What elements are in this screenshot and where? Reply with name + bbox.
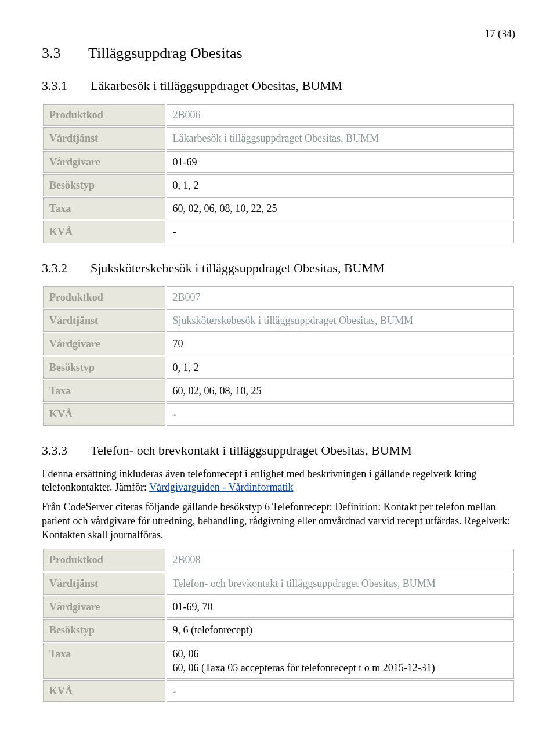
table-row: Produktkod2B008 (43, 549, 514, 571)
table-row: Besökstyp0, 1, 2 (43, 357, 514, 379)
table-row: Besökstyp9, 6 (telefonrecept) (43, 619, 514, 641)
body-paragraph-1: I denna ersättning inkluderas även telef… (42, 467, 515, 495)
row-value: - (167, 403, 514, 425)
row-label: Vårdgivare (43, 596, 165, 618)
page-number: 17 (34) (42, 28, 515, 40)
row-label: Vårdtjänst (43, 309, 165, 332)
section-number: 3.3.3 (42, 443, 74, 458)
table-row: Produktkod2B007 (43, 286, 514, 308)
table-row: Vårdgivare01-69, 70 (43, 596, 514, 618)
row-value: 2B006 (167, 104, 514, 126)
row-value: 01-69, 70 (167, 596, 514, 618)
table-row: KVÅ- (43, 680, 514, 702)
section-heading-333: 3.3.3 Telefon- och brevkontakt i tillägg… (42, 443, 515, 458)
row-value: 9, 6 (telefonrecept) (167, 619, 514, 641)
row-label: Besökstyp (43, 619, 165, 641)
table-row: VårdtjänstTelefon- och brevkontakt i til… (43, 573, 514, 595)
section-heading-332: 3.3.2 Sjuksköterskebesök i tilläggsuppdr… (42, 261, 515, 276)
table-row: Taxa60, 02, 06, 08, 10, 25 (43, 380, 514, 402)
row-value: - (167, 680, 514, 702)
row-label: Taxa (43, 643, 165, 679)
row-label: Taxa (43, 380, 165, 402)
link-vardgivarguiden[interactable]: Vårdgivarguiden - Vårdinformatik (149, 481, 293, 493)
row-label: Vårdtjänst (43, 127, 165, 149)
section-heading-331: 3.3.1 Läkarbesök i tilläggsuppdraget Obe… (42, 78, 515, 93)
row-value: 2B008 (167, 549, 514, 571)
table-row: VårdtjänstLäkarbesök i tilläggsuppdraget… (43, 127, 514, 149)
row-label: Vårdgivare (43, 151, 165, 173)
row-label: Vårdtjänst (43, 573, 165, 595)
section-title: Sjuksköterskebesök i tilläggsuppdraget O… (91, 261, 385, 276)
row-value: 2B007 (167, 286, 514, 308)
heading-main-number: 3.3 (42, 45, 70, 62)
row-label: KVÅ (43, 680, 165, 702)
table-row: Vårdgivare01-69 (43, 151, 514, 173)
section-title: Telefon- och brevkontakt i tilläggsuppdr… (91, 443, 412, 458)
table-332: Produktkod2B007 VårdtjänstSjuksköterskeb… (42, 285, 515, 427)
table-row: VårdtjänstSjuksköterskebesök i tilläggsu… (43, 309, 514, 332)
row-label: Vårdgivare (43, 333, 165, 355)
row-value: 0, 1, 2 (167, 357, 514, 379)
row-label: Besökstyp (43, 357, 165, 379)
table-row: KVÅ- (43, 403, 514, 425)
table-333: Produktkod2B008 VårdtjänstTelefon- och b… (42, 548, 515, 703)
row-label: Produktkod (43, 549, 165, 571)
row-label: Taxa (43, 197, 165, 219)
heading-main: 3.3 Tilläggsuppdrag Obesitas (42, 45, 515, 62)
row-value: 70 (167, 333, 514, 355)
section-number: 3.3.1 (42, 78, 74, 93)
row-value: Telefon- och brevkontakt i tilläggsuppdr… (167, 573, 514, 595)
table-row: Taxa60, 02, 06, 08, 10, 22, 25 (43, 197, 514, 219)
row-value: Läkarbesök i tilläggsuppdraget Obesitas,… (167, 127, 514, 149)
row-label: KVÅ (43, 403, 165, 425)
section-title: Läkarbesök i tilläggsuppdraget Obesitas,… (91, 78, 342, 93)
section-number: 3.3.2 (42, 261, 74, 276)
row-value: Sjuksköterskebesök i tilläggsuppdraget O… (167, 309, 514, 332)
table-row: Produktkod2B006 (43, 104, 514, 126)
row-value: 01-69 (167, 151, 514, 173)
table-331: Produktkod2B006 VårdtjänstLäkarbesök i t… (42, 103, 515, 244)
table-row: Vårdgivare70 (43, 333, 514, 355)
row-value: - (167, 221, 514, 243)
row-label: KVÅ (43, 221, 165, 243)
table-row: Taxa60, 06 60, 06 (Taxa 05 accepteras fö… (43, 643, 514, 679)
body-paragraph-2: Från CodeServer citeras följande gälland… (42, 501, 515, 542)
row-value: 60, 06 60, 06 (Taxa 05 accepteras för te… (167, 643, 514, 679)
row-label: Produktkod (43, 104, 165, 126)
table-row: Besökstyp0, 1, 2 (43, 174, 514, 196)
row-label: Besökstyp (43, 174, 165, 196)
heading-main-title: Tilläggsuppdrag Obesitas (88, 45, 243, 62)
table-row: KVÅ- (43, 221, 514, 243)
row-label: Produktkod (43, 286, 165, 308)
row-value: 0, 1, 2 (167, 174, 514, 196)
row-value: 60, 02, 06, 08, 10, 25 (167, 380, 514, 402)
row-value: 60, 02, 06, 08, 10, 22, 25 (167, 197, 514, 219)
